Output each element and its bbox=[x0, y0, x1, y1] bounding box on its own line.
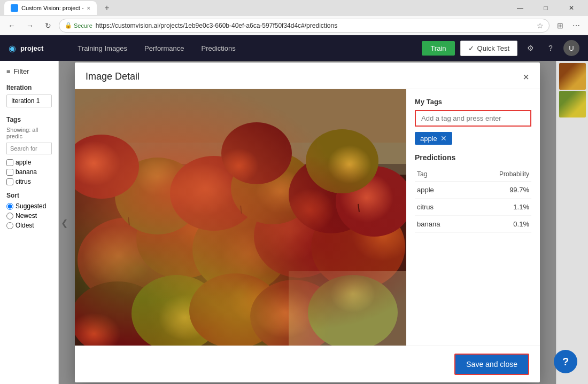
forward-button[interactable]: → bbox=[22, 18, 37, 33]
refresh-button[interactable]: ↻ bbox=[41, 18, 56, 33]
modal-close-button[interactable]: × bbox=[523, 72, 529, 82]
sort-suggested[interactable]: Suggested bbox=[6, 202, 52, 210]
tag-checkbox-banana[interactable]: banana bbox=[6, 168, 52, 176]
my-tags-label: My Tags bbox=[415, 98, 531, 106]
header-actions: Train ✓ Quick Test ⚙ ? U bbox=[422, 40, 579, 56]
svg-point-16 bbox=[250, 280, 338, 346]
help-button[interactable]: ? bbox=[554, 350, 577, 373]
tab-title: Custom Vision: project - bbox=[21, 5, 84, 11]
filter-icon: ≡ bbox=[6, 67, 11, 75]
extensions-icon[interactable]: ⊞ bbox=[553, 18, 568, 33]
nav-performance[interactable]: Performance bbox=[142, 44, 186, 52]
remove-apple-tag-button[interactable]: ✕ bbox=[440, 134, 447, 143]
svg-point-17 bbox=[308, 275, 398, 346]
search-input[interactable] bbox=[6, 143, 52, 154]
browser-chrome: Custom Vision: project - × + — □ ✕ ← → ↻… bbox=[0, 0, 588, 35]
svg-line-25 bbox=[358, 204, 359, 212]
nav-training-images[interactable]: Training Images bbox=[75, 44, 129, 52]
predictions-table: Tag Probability apple 99.7% bbox=[415, 167, 531, 233]
svg-point-18 bbox=[75, 135, 139, 199]
svg-point-14 bbox=[131, 275, 221, 346]
modal-overlay: Image Detail × bbox=[59, 61, 556, 384]
tag-column-header: Tag bbox=[415, 167, 467, 182]
svg-point-8 bbox=[115, 158, 200, 234]
prediction-row-apple: apple 99.7% bbox=[415, 182, 531, 199]
svg-point-12 bbox=[336, 166, 406, 237]
filter-button[interactable]: ≡ Filter bbox=[6, 67, 52, 75]
modal-tags-panel: My Tags apple ✕ Predictions bbox=[406, 89, 540, 346]
svg-point-19 bbox=[221, 122, 292, 184]
user-avatar[interactable]: U bbox=[563, 40, 579, 56]
close-button[interactable]: ✕ bbox=[559, 0, 584, 16]
tag-checkbox-citrus[interactable]: citrus bbox=[6, 178, 52, 185]
svg-point-11 bbox=[289, 156, 374, 233]
sort-oldest[interactable]: Oldest bbox=[6, 222, 52, 229]
svg-point-20 bbox=[306, 129, 378, 193]
nav-predictions[interactable]: Predictions bbox=[199, 44, 238, 52]
bookmark-icon[interactable]: ☆ bbox=[537, 21, 544, 30]
back-button[interactable]: ← bbox=[4, 18, 19, 33]
prediction-prob-apple: 99.7% bbox=[467, 182, 531, 199]
train-button[interactable]: Train bbox=[422, 41, 454, 56]
svg-rect-1 bbox=[75, 89, 406, 164]
svg-point-13 bbox=[75, 281, 165, 346]
modal-header: Image Detail × bbox=[75, 62, 540, 89]
sort-newest[interactable]: Newest bbox=[6, 212, 52, 220]
thumbnail-1[interactable] bbox=[559, 63, 586, 90]
browser-tab[interactable]: Custom Vision: project - × bbox=[4, 1, 97, 15]
citrus-checkbox[interactable] bbox=[6, 178, 13, 185]
svg-line-24 bbox=[241, 206, 242, 214]
header-nav: Training Images Performance Predictions bbox=[75, 44, 237, 52]
svg-point-7 bbox=[311, 204, 405, 289]
tag-input-field[interactable] bbox=[415, 110, 531, 127]
iteration-dropdown[interactable]: Iteration 1 bbox=[6, 95, 52, 107]
main-content: ≡ Filter Iteration Iteration 1 Tags Show… bbox=[0, 61, 588, 384]
tag-chips-container: apple ✕ bbox=[415, 132, 531, 145]
browser-titlebar: Custom Vision: project - × + — □ ✕ bbox=[0, 0, 588, 16]
image-detail-modal: Image Detail × bbox=[75, 62, 540, 382]
prediction-tag-citrus: citrus bbox=[415, 199, 467, 216]
tag-checkbox-apple[interactable]: apple bbox=[6, 159, 52, 166]
prediction-row-citrus: citrus 1.1% bbox=[415, 199, 531, 216]
svg-point-6 bbox=[254, 194, 345, 278]
svg-point-10 bbox=[231, 152, 314, 224]
app-header: ◉ project Training Images Performance Pr… bbox=[0, 35, 588, 61]
svg-rect-2 bbox=[75, 143, 406, 175]
checkmark-icon: ✓ bbox=[468, 44, 474, 52]
sidebar: ≡ Filter Iteration Iteration 1 Tags Show… bbox=[0, 61, 59, 384]
minimize-button[interactable]: — bbox=[508, 0, 532, 16]
restore-button[interactable]: □ bbox=[533, 0, 558, 16]
svg-point-3 bbox=[78, 217, 179, 303]
quick-test-button[interactable]: ✓ Quick Test bbox=[460, 41, 517, 56]
tab-favicon bbox=[11, 4, 18, 12]
sort-section: Sort Suggested Newest Oldest bbox=[6, 192, 52, 229]
settings-icon[interactable]: ⚙ bbox=[523, 41, 538, 56]
prediction-tag-banana: banana bbox=[415, 216, 467, 233]
iteration-section-label: Iteration bbox=[6, 84, 52, 91]
app-container: ◉ project Training Images Performance Pr… bbox=[0, 35, 588, 384]
svg-rect-22 bbox=[289, 271, 406, 346]
svg-point-5 bbox=[192, 206, 289, 293]
tab-close-icon[interactable]: × bbox=[87, 5, 90, 11]
app-logo: project bbox=[20, 44, 43, 52]
help-header-icon[interactable]: ? bbox=[543, 41, 558, 56]
banana-checkbox[interactable] bbox=[6, 169, 13, 176]
lock-icon: 🔒 bbox=[65, 22, 72, 29]
modal-body: My Tags apple ✕ Predictions bbox=[75, 89, 540, 346]
showing-label: Showing: all predic bbox=[6, 127, 52, 139]
window-controls: — □ ✕ bbox=[508, 0, 584, 16]
apple-checkbox[interactable] bbox=[6, 159, 13, 166]
new-tab-button[interactable]: + bbox=[100, 3, 114, 13]
sort-label: Sort bbox=[6, 192, 52, 199]
address-bar[interactable]: 🔒 Secure https://customvision.ai/project… bbox=[59, 19, 550, 33]
svg-point-4 bbox=[136, 199, 227, 279]
menu-icon[interactable]: ⋯ bbox=[569, 18, 584, 33]
save-close-button[interactable]: Save and close bbox=[454, 354, 529, 375]
tags-section-label: Tags bbox=[6, 116, 52, 123]
prediction-tag-apple: apple bbox=[415, 182, 467, 199]
probability-column-header: Probability bbox=[467, 167, 531, 182]
svg-point-9 bbox=[170, 156, 258, 231]
secure-badge: 🔒 Secure bbox=[65, 22, 92, 29]
modal-footer: Save and close bbox=[75, 346, 540, 382]
thumbnail-2[interactable] bbox=[559, 91, 586, 117]
